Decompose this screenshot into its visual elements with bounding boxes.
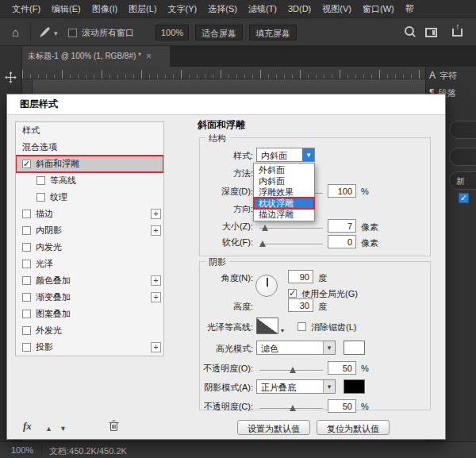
anti-alias-checkbox[interactable] [298,322,306,331]
stroke-item[interactable]: 描边 [16,206,163,222]
menu-help[interactable]: 帮 [400,0,420,17]
soften-slider[interactable] [259,244,323,245]
shadow-color-swatch[interactable] [344,379,365,394]
fx-icon[interactable]: fx [23,420,32,433]
menu-layer[interactable]: 图层(L) [123,0,162,17]
altitude-value-field[interactable]: 30 [288,298,313,312]
chevron-down-icon[interactable] [302,148,314,161]
option-stroke-emboss[interactable]: 描边浮雕 [254,209,314,220]
share-icon[interactable] [452,29,463,37]
contour-checkbox[interactable] [36,176,45,185]
satin-checkbox[interactable] [22,260,31,268]
gloss-contour-swatch[interactable] [256,318,278,334]
dialog-title-bar[interactable]: 图层样式 [7,94,445,115]
menu-type[interactable]: 文字(Y) [163,0,203,17]
gradient-overlay-checkbox[interactable] [22,293,31,302]
texture-item[interactable]: 纹理 [16,189,163,206]
move-tool-icon[interactable] [5,71,17,83]
highlight-opacity-slider[interactable] [259,370,323,371]
add-drop-shadow-icon[interactable] [151,342,161,352]
brush-icon[interactable] [38,25,52,39]
preview-checkbox[interactable] [459,193,469,203]
add-inner-shadow-icon[interactable] [151,225,161,236]
menu-image[interactable]: 图像(I) [86,0,123,17]
brush-dropdown-icon[interactable] [54,28,58,37]
option-emboss[interactable]: 浮雕效果 [254,187,314,198]
style-select[interactable]: 内斜面 [256,148,315,162]
blending-options-item[interactable]: 混合选项 [16,139,163,156]
pattern-overlay-checkbox[interactable] [22,310,31,318]
workspace-icon[interactable] [425,28,437,37]
texture-checkbox[interactable] [36,193,45,202]
highlight-mode-select[interactable]: 滤色 [256,341,336,355]
cancel-button[interactable] [449,148,476,166]
bevel-emboss-item[interactable]: 斜面和浮雕 [16,156,163,172]
shadow-opacity-thumb[interactable] [290,405,296,411]
character-panel-tab[interactable]: 字符 [429,68,457,83]
arrow-down-icon[interactable] [60,423,67,433]
shadow-mode-select[interactable]: 正片叠底 [256,379,336,394]
menu-filter[interactable]: 滤镜(T) [243,0,282,17]
trash-icon[interactable] [109,420,119,432]
set-default-button[interactable]: 设置为默认值 [237,420,310,435]
angle-value-field[interactable]: 90 [288,270,313,283]
satin-item[interactable]: 光泽 [16,256,163,272]
home-icon[interactable] [12,25,19,39]
size-value-field[interactable]: 7 [328,219,356,233]
add-stroke-icon[interactable] [151,209,161,219]
angle-dial[interactable] [255,275,278,297]
option-inner-bevel[interactable]: 内斜面 [254,175,314,187]
menu-file[interactable]: 文件(F) [6,0,46,17]
drop-shadow-item[interactable]: 投影 [16,339,163,356]
inner-glow-checkbox[interactable] [22,243,31,252]
soften-value-field[interactable]: 0 [328,235,356,248]
fill-screen-button[interactable]: 填充屏幕 [249,25,297,40]
outer-glow-checkbox[interactable] [22,326,31,335]
option-pillow-emboss[interactable]: 枕状浮雕 [254,198,314,209]
color-overlay-checkbox[interactable] [22,276,31,285]
depth-value-field[interactable]: 100 [328,184,356,198]
gradient-overlay-item[interactable]: 渐变叠加 [16,289,163,306]
global-light-checkbox[interactable] [288,289,297,298]
size-slider-thumb[interactable] [262,225,268,231]
ok-button[interactable] [449,121,476,139]
highlight-opacity-field[interactable]: 50 [328,361,356,375]
add-gradient-overlay-icon[interactable] [151,292,161,302]
menu-edit[interactable]: 编辑(E) [46,0,86,17]
document-tab[interactable]: 未标题-1 @ 100% (1, RGB/8#) * [22,46,170,67]
menu-view[interactable]: 视图(V) [317,0,357,17]
search-icon[interactable] [405,26,416,37]
option-outer-bevel[interactable]: 外斜面 [254,164,314,175]
drop-shadow-checkbox[interactable] [22,343,31,352]
highlight-color-swatch[interactable] [344,341,365,355]
inner-glow-item[interactable]: 内发光 [16,239,163,256]
menu-select[interactable]: 选择(S) [202,0,243,17]
bevel-emboss-checkbox[interactable] [22,160,31,168]
contour-picker-icon[interactable] [281,325,284,334]
contour-item[interactable]: 等高线 [16,172,163,189]
shadow-opacity-slider[interactable] [259,408,323,410]
zoom-100-button[interactable]: 100% [155,25,189,40]
soften-slider-thumb[interactable] [259,241,266,247]
horizontal-ruler[interactable] [22,67,425,79]
inner-shadow-checkbox[interactable] [22,226,31,235]
status-zoom[interactable]: 100% [11,445,33,455]
size-slider[interactable] [259,228,323,229]
styles-presets-item[interactable]: 样式 [16,122,163,139]
arrow-up-icon[interactable] [45,423,52,433]
inner-shadow-item[interactable]: 内阴影 [16,222,163,239]
menu-window[interactable]: 窗口(W) [357,0,400,17]
new-style-button[interactable]: 新 [449,171,476,190]
stroke-checkbox[interactable] [22,210,31,218]
menu-3d[interactable]: 3D(D) [282,0,317,17]
highlight-opacity-thumb[interactable] [290,367,296,373]
reset-default-button[interactable]: 复位为默认值 [317,420,390,435]
scroll-all-windows-checkbox[interactable] [68,29,77,37]
shadow-opacity-field[interactable]: 50 [328,399,356,413]
vertical-ruler[interactable] [22,79,33,94]
add-color-overlay-icon[interactable] [151,275,161,286]
pattern-overlay-item[interactable]: 图案叠加 [16,306,163,322]
fit-screen-button[interactable]: 适合屏幕 [195,25,243,40]
close-icon[interactable] [146,51,152,62]
color-overlay-item[interactable]: 颜色叠加 [16,272,163,289]
